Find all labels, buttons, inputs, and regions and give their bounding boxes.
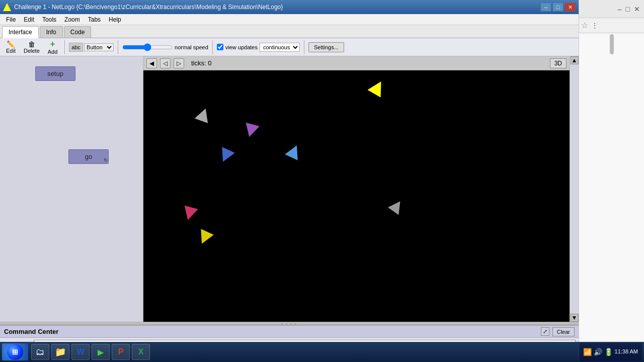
nav-reset-button[interactable]: ◀	[146, 58, 157, 68]
speed-label: normal speed	[175, 44, 208, 50]
battery-icon: 🔋	[604, 348, 613, 356]
tab-info[interactable]: Info	[40, 26, 63, 38]
speed-slider[interactable]	[122, 43, 173, 51]
app-icon	[3, 3, 11, 11]
explorer-icon: 🗂	[36, 347, 45, 357]
scroll-up-button[interactable]: ▲	[571, 56, 579, 64]
taskbar-powerpoint[interactable]: P	[112, 344, 130, 360]
turtle-blue-dark-1	[219, 148, 233, 162]
start-button[interactable]: ⊞	[2, 343, 28, 360]
svg-marker-7	[195, 229, 213, 246]
files-icon: 📁	[55, 346, 66, 357]
scroll-track	[570, 64, 579, 314]
scroll-down-button[interactable]: ▼	[571, 314, 579, 322]
widget-type-dropdown[interactable]: Button Slider Switch Monitor Plot	[84, 43, 114, 51]
turtle-yellow-2	[198, 230, 212, 244]
window-controls: – □ ✕	[540, 3, 576, 12]
taskbar-word[interactable]: W	[71, 344, 90, 360]
svg-marker-3	[216, 147, 234, 164]
taskbar-explorer[interactable]: 🗂	[31, 344, 49, 360]
browser-scroll-thumb[interactable]	[610, 34, 614, 54]
cc-expand-button[interactable]: ⤢	[541, 327, 549, 336]
browser-minimize-button[interactable]: –	[616, 4, 624, 14]
excel-icon: X	[138, 347, 144, 356]
system-tray: 📶 🔊 🔋 11:38 AM	[579, 343, 642, 361]
view-3d-button[interactable]: 3D	[550, 58, 567, 68]
update-mode-dropdown[interactable]: continuous on ticks	[260, 43, 300, 52]
separator-2	[118, 40, 118, 54]
nav-back-button[interactable]: ◁	[160, 58, 171, 68]
add-icon: +	[50, 40, 55, 49]
command-center-actions: ⤢ Clear	[541, 327, 575, 336]
separator-1	[64, 40, 65, 54]
command-center-header: Command Center ⤢ Clear	[0, 326, 579, 338]
edit-label: Edit	[6, 48, 16, 54]
sim-header: ◀ ◁ ▷ ticks: 0 3D	[143, 56, 570, 70]
taskbar: ⊞ 🗂 📁 W ▶ P X 📶 🔊 🔋 11:38 AM	[0, 342, 644, 362]
cc-clear-button[interactable]: Clear	[552, 327, 575, 336]
browser-close-button[interactable]: ✕	[632, 4, 642, 14]
settings-button[interactable]: Settings...	[308, 42, 344, 52]
svg-marker-5	[388, 198, 406, 215]
taskbar-media[interactable]: ▶	[92, 344, 110, 360]
separator-4	[304, 40, 304, 54]
left-panel: setup go ↻	[0, 56, 143, 322]
add-button[interactable]: + Add	[45, 39, 61, 56]
menu-help[interactable]: Help	[105, 15, 125, 24]
tab-code[interactable]: Code	[64, 26, 92, 38]
speed-control: normal speed	[122, 43, 208, 51]
taskbar-excel[interactable]: X	[132, 344, 150, 360]
setup-button[interactable]: setup	[35, 66, 75, 81]
delete-label: Delete	[24, 48, 40, 54]
turtle-purple-1	[244, 123, 258, 137]
turtle-pink-1	[183, 206, 197, 220]
main-area: setup go ↻ ◀ ◁ ▷ ticks: 0 3D	[0, 56, 579, 322]
repeat-icon: ↻	[104, 157, 108, 163]
menu-file[interactable]: File	[2, 15, 20, 24]
menu-zoom[interactable]: Zoom	[60, 15, 84, 24]
system-clock: 11:38 AM	[615, 348, 638, 355]
menu-bar: File Edit Tools Zoom Tabs Help	[0, 14, 579, 25]
button-type-icon: abc	[69, 43, 83, 52]
tab-bar: Interface Info Code	[0, 25, 579, 38]
separator-3	[212, 40, 213, 54]
edit-button[interactable]: ✏️ Edit	[3, 40, 19, 55]
browser-bookmark-icon[interactable]: ☆	[581, 21, 588, 30]
turtle-yellow-1	[370, 80, 385, 96]
windows-orb: ⊞	[7, 344, 23, 360]
view-updates-label: view updates	[225, 44, 258, 50]
maximize-button[interactable]: □	[552, 3, 564, 12]
toolbar: ✏️ Edit 🗑 Delete + Add abc Button Slider…	[0, 38, 579, 56]
close-button[interactable]: ✕	[565, 3, 576, 12]
menu-edit[interactable]: Edit	[20, 15, 38, 24]
browser-scroll-area	[579, 33, 644, 362]
menu-tools[interactable]: Tools	[38, 15, 60, 24]
svg-marker-2	[243, 123, 260, 139]
simulation-canvas[interactable]	[143, 70, 570, 322]
turtle-gray-2	[390, 200, 403, 213]
go-button[interactable]: go ↻	[68, 149, 109, 164]
browser-restore-button[interactable]: □	[624, 4, 632, 14]
delete-button[interactable]: 🗑 Delete	[21, 40, 43, 55]
media-icon: ▶	[98, 347, 104, 357]
simulation-area: ◀ ◁ ▷ ticks: 0 3D	[143, 56, 570, 322]
browser-chrome: – □ ✕ ☆ ⋮	[579, 0, 644, 362]
network-icon: 📶	[583, 348, 592, 356]
powerpoint-icon: P	[118, 347, 124, 356]
view-updates-checkbox[interactable]	[217, 44, 223, 50]
taskbar-files[interactable]: 📁	[51, 344, 69, 360]
browser-menu-icon[interactable]: ⋮	[590, 21, 599, 31]
edit-icon: ✏️	[7, 41, 15, 48]
menu-tabs[interactable]: Tabs	[84, 15, 105, 24]
window-title: Challenge 1 - NetLogo {C:\Bencivengo1\zC…	[14, 4, 540, 11]
tab-interface[interactable]: Interface	[2, 26, 39, 38]
nav-forward-button[interactable]: ▷	[174, 58, 184, 68]
turtle-gray-1	[196, 108, 210, 122]
minimize-button[interactable]: –	[540, 3, 551, 12]
right-scrollbar[interactable]: ▲ ▼	[570, 56, 579, 322]
go-label: go	[85, 153, 92, 160]
add-label: Add	[48, 49, 58, 55]
button-type-selector[interactable]: abc Button Slider Switch Monitor Plot	[69, 43, 114, 52]
volume-icon: 🔊	[594, 348, 602, 356]
view-updates-control: view updates	[217, 44, 258, 50]
